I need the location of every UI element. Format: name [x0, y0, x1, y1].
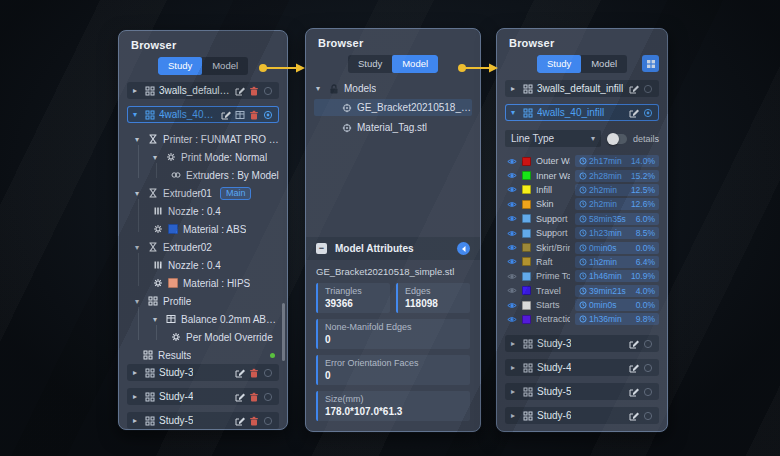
edit-icon[interactable] — [235, 416, 245, 426]
edit-icon[interactable] — [629, 363, 639, 373]
caret-down-icon[interactable]: ▾ — [135, 243, 143, 252]
study-row-study4[interactable]: ▸ Study-4 — [127, 388, 279, 405]
select-radio-icon[interactable] — [643, 411, 653, 421]
select-radio-icon[interactable] — [643, 84, 653, 94]
eye-off-icon[interactable] — [507, 286, 517, 295]
edit-icon[interactable] — [235, 86, 245, 96]
tab-study[interactable]: Study — [158, 57, 202, 75]
select-radio-icon[interactable] — [263, 86, 273, 96]
delete-icon[interactable] — [249, 392, 259, 402]
tree-row-balance-profile[interactable]: ▾ Balance 0.2mm ABS&HIPS — [127, 310, 279, 328]
eye-icon[interactable] — [507, 171, 517, 180]
caret-right-icon[interactable]: ▸ — [511, 363, 519, 372]
edit-icon[interactable] — [629, 339, 639, 349]
line-type-support-interface[interactable]: Support Interface 58min35s6.0% — [497, 212, 667, 226]
line-type-skirt-brim[interactable]: Skirt/Brim 0min0s0.0% — [497, 240, 667, 254]
caret-down-icon[interactable]: ▾ — [133, 110, 141, 119]
delete-icon[interactable] — [249, 86, 259, 96]
caret-down-icon[interactable]: ▾ — [135, 189, 143, 198]
delete-icon[interactable] — [249, 368, 259, 378]
caret-down-icon[interactable]: ▾ — [511, 108, 519, 117]
caret-right-icon[interactable]: ▸ — [133, 86, 141, 95]
tree-row-nozzle1[interactable]: Nozzle : 0.4 — [127, 202, 279, 220]
study-row-study3[interactable]: ▸ Study-3 — [127, 364, 279, 381]
study-row-study4[interactable]: ▸ Study-4 — [505, 359, 659, 376]
select-radio-icon[interactable] — [263, 416, 273, 426]
delete-icon[interactable] — [249, 110, 259, 120]
eye-icon[interactable] — [507, 243, 517, 252]
caret-right-icon[interactable]: ▸ — [511, 84, 519, 93]
edit-icon[interactable] — [235, 392, 245, 402]
eye-icon[interactable] — [507, 185, 517, 194]
tree-row-per-model-override[interactable]: Per Model Override — [127, 328, 279, 346]
study-row-study3[interactable]: ▸ Study-3 — [505, 335, 659, 352]
edit-icon[interactable] — [629, 387, 639, 397]
line-type-skin[interactable]: Skin 2h2min12.6% — [497, 197, 667, 211]
model-row-selected[interactable]: GE_Bracket20210518_simple.stl — [314, 99, 472, 116]
edit-icon[interactable] — [221, 110, 231, 120]
tree-row-material2[interactable]: Material : HIPS — [127, 274, 279, 292]
eye-icon[interactable] — [507, 229, 517, 238]
selected-target-icon[interactable] — [263, 110, 273, 120]
caret-right-icon[interactable]: ▸ — [511, 339, 519, 348]
study-row-4walls-selected[interactable]: ▾ 4walls_40_infill — [505, 104, 659, 121]
scrollbar-thumb[interactable] — [282, 303, 285, 361]
caret-right-icon[interactable]: ▸ — [133, 368, 141, 377]
select-radio-icon[interactable] — [263, 368, 273, 378]
tree-row-results[interactable]: Results — [127, 346, 279, 364]
tree-row-extruder02[interactable]: ▾ Extruder02 — [127, 238, 279, 256]
tab-model[interactable]: Model — [202, 57, 248, 75]
caret-down-icon[interactable]: ▾ — [153, 153, 161, 162]
line-type-inner-wall[interactable]: Inner Wall 2h28min15.2% — [497, 168, 667, 182]
caret-down-icon[interactable]: ▾ — [316, 84, 324, 93]
caret-down-icon[interactable]: ▾ — [135, 297, 143, 306]
eye-icon[interactable] — [507, 315, 517, 324]
line-type-infill[interactable]: Infill 2h2min12.5% — [497, 183, 667, 197]
caret-right-icon[interactable]: ▸ — [511, 387, 519, 396]
attributes-expand-icon[interactable] — [457, 242, 470, 255]
tree-row-print-mode[interactable]: ▾ Print Mode: Normal — [127, 148, 279, 166]
caret-down-icon[interactable]: ▾ — [153, 315, 161, 324]
study-row-3walls[interactable]: ▸ 3walls_default_infill — [127, 82, 279, 99]
line-type-raft[interactable]: Raft 1h2min6.4% — [497, 255, 667, 269]
eye-icon[interactable] — [507, 157, 517, 166]
caret-right-icon[interactable]: ▸ — [511, 411, 519, 420]
delete-icon[interactable] — [249, 416, 259, 426]
select-radio-icon[interactable] — [643, 363, 653, 373]
tree-row-extruders[interactable]: Extruders : By Model — [127, 166, 279, 184]
eye-icon[interactable] — [507, 214, 517, 223]
edit-icon[interactable] — [629, 108, 639, 118]
tree-row-material1[interactable]: Material : ABS — [127, 220, 279, 238]
study-row-study5[interactable]: ▸ Study-5 — [127, 412, 279, 429]
eye-icon[interactable] — [507, 301, 517, 310]
eye-icon[interactable] — [507, 257, 517, 266]
edit-icon[interactable] — [235, 368, 245, 378]
tree-row-profile[interactable]: ▾ Profile — [127, 292, 279, 310]
select-radio-icon[interactable] — [643, 339, 653, 349]
tree-row-printer[interactable]: ▾ Printer : FUNMAT PRO 610HT — [127, 130, 279, 148]
caret-right-icon[interactable]: ▸ — [133, 416, 141, 425]
tree-row-nozzle2[interactable]: Nozzle : 0.4 — [127, 256, 279, 274]
table-icon[interactable] — [235, 110, 245, 120]
tab-model[interactable]: Model — [392, 55, 438, 73]
tab-study[interactable]: Study — [537, 55, 581, 73]
eye-off-icon[interactable] — [507, 272, 517, 281]
tab-study[interactable]: Study — [348, 55, 392, 73]
study-row-4walls-selected[interactable]: ▾ 4walls_40_infill — [127, 106, 279, 123]
edit-icon[interactable] — [629, 84, 639, 94]
study-row-3walls[interactable]: ▸ 3walls_default_infill — [505, 80, 659, 97]
line-type-travel[interactable]: Travel 39min21s4.0% — [497, 284, 667, 298]
compare-studies-button[interactable] — [642, 55, 659, 72]
study-row-study5[interactable]: ▸ Study-5 — [505, 383, 659, 400]
tab-model[interactable]: Model — [581, 55, 627, 73]
details-toggle[interactable] — [607, 134, 627, 144]
select-radio-icon[interactable] — [643, 387, 653, 397]
selected-target-icon[interactable] — [643, 108, 653, 118]
line-type-starts[interactable]: Starts 0min0s0.0% — [497, 298, 667, 312]
tree-row-extruder01[interactable]: ▾ Extruder01 Main — [127, 184, 279, 202]
eye-icon[interactable] — [507, 200, 517, 209]
caret-right-icon[interactable]: ▸ — [133, 392, 141, 401]
caret-down-icon[interactable]: ▾ — [135, 135, 143, 144]
edit-icon[interactable] — [629, 411, 639, 421]
line-type-prime-tower[interactable]: Prime Tower 1h46min10.9% — [497, 269, 667, 283]
